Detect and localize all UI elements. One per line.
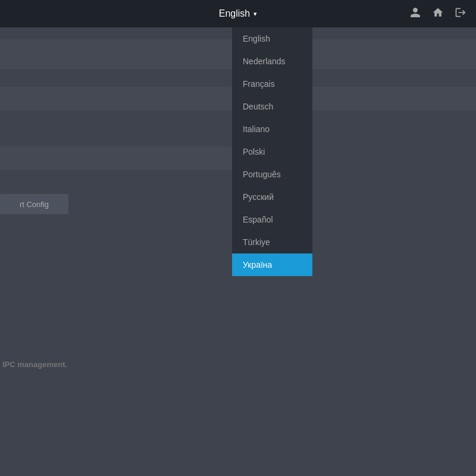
language-option-espanol[interactable]: Español — [232, 208, 312, 231]
home-icon[interactable] — [432, 7, 444, 21]
language-option-portugues[interactable]: Português — [232, 163, 312, 186]
language-option-english[interactable]: English — [232, 27, 312, 50]
language-option-nederlands[interactable]: Nederlands — [232, 50, 312, 73]
dropdown-arrow-icon: ▾ — [253, 10, 257, 18]
language-dropdown: EnglishNederlandsFrançaisDeutschItaliano… — [232, 27, 312, 276]
language-option-turkiye[interactable]: Türkiye — [232, 231, 312, 253]
language-option-russian[interactable]: Русский — [232, 186, 312, 208]
language-option-ukraina[interactable]: Україна — [232, 253, 312, 276]
language-option-italiano[interactable]: Italiano — [232, 118, 312, 140]
language-selector[interactable]: English ▾ — [219, 8, 257, 19]
language-option-polski[interactable]: Polski — [232, 140, 312, 163]
navbar-icons — [409, 7, 466, 21]
navbar: English ▾ — [0, 0, 476, 27]
current-language-label: English — [219, 8, 250, 19]
language-option-francais[interactable]: Français — [232, 73, 312, 95]
logout-icon[interactable] — [455, 7, 466, 21]
language-option-deutsch[interactable]: Deutsch — [232, 95, 312, 118]
content-area: rt Config IPC management. EnglishNederla… — [0, 27, 476, 476]
user-icon[interactable] — [409, 7, 421, 21]
